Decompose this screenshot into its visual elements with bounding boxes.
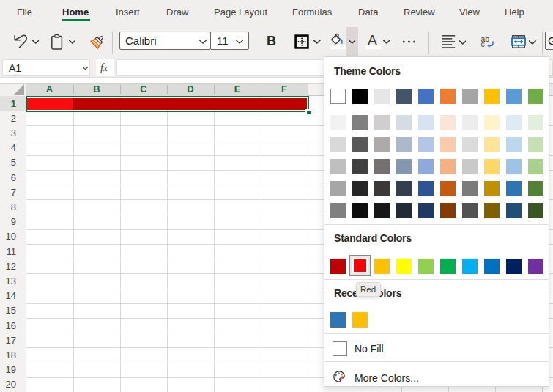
svg-text:c: c: [481, 40, 485, 48]
